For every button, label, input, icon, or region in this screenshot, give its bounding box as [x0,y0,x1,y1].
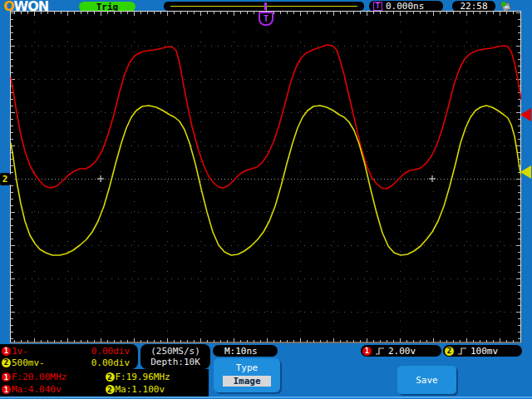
ch2-badge-icon: 2 [2,358,11,367]
menu-type-selected-value[interactable]: Image [223,376,271,387]
ch1-trigger-badge: 1 2.00v [361,345,441,357]
max-measure-row: 1 Ma:4.040v 2 Ma:1.100v [0,383,209,396]
ch2-info-row: 2 500mv- 0.00div [0,357,138,368]
ch1-frequency: F:20.00MHz [12,372,66,382]
ch1-badge-icon: 1 [2,385,11,394]
oscilloscope-screen: OWON Trig T 0.000ns 22:58 T 2 1 1v- 0.00… [0,0,532,399]
trigger-marker-stem [266,6,267,11]
ch2-badge-icon: 2 [106,385,115,394]
softkey-menu-type[interactable]: Type Image [214,358,280,392]
ch2-frequency: F:19.96MHz [116,372,170,382]
menu-type-label: Type [236,362,259,373]
ch2-trigger-level: 100mv [470,346,498,357]
ch2-trigger-badge: 2 100mv [443,345,522,357]
timebase-badge: M:10ns [213,345,278,357]
ch1-max: Ma:4.040v [12,384,62,395]
sample-rate: (250MS/s) [150,346,200,357]
waveform-display [10,11,521,343]
trigger-position-marker: T [259,12,273,26]
ch1-info-row: 1 1v- 0.00div [0,345,138,357]
ch1-badge-icon: 1 [362,347,372,356]
ch1-trace [11,45,521,189]
ch2-zero-marker: 2 [0,173,15,185]
trigger-t-icon: T [373,2,382,11]
rising-edge-icon [375,347,385,356]
ch2-scale: 500mv- [12,357,45,368]
acquisition-box: (250MS/s) Depth:10K [140,344,210,369]
ch1-badge-icon: 1 [2,372,11,382]
ch1-offset: 0.00div [91,346,130,357]
bottom-separator [0,397,532,398]
ch2-trace [11,106,521,255]
ch2-zero-pointer [10,174,15,185]
channel-info-box: 1 1v- 0.00div 2 500mv- 0.00div [0,344,138,369]
rising-edge-icon [457,347,467,356]
ch1-trigger-level: 2.00v [388,346,416,357]
ch2-level-arrow-icon [520,165,531,179]
graticule-and-traces [10,11,521,343]
ch1-scale: 1v- [12,346,28,357]
save-button[interactable]: Save [397,366,456,394]
ch2-zero-label: 2 [0,173,10,185]
ch2-offset: 0.00div [91,357,130,368]
measurements-panel: 1 F:20.00MHz 2 F:19.96MHz 1 Ma:4.040v 2 … [0,369,209,397]
ch2-max: Ma:1.100v [116,384,165,395]
freq-measure-row: 1 F:20.00MHz 2 F:19.96MHz [0,371,209,383]
ch2-badge-icon: 2 [445,347,454,356]
memory-depth: Depth:10K [150,357,200,367]
ch1-badge-icon: 1 [2,347,11,356]
ch1-level-arrow-icon [520,108,531,121]
ch2-badge-icon: 2 [106,372,115,382]
memory-position-bar [164,2,364,11]
save-button-label: Save [416,375,438,386]
